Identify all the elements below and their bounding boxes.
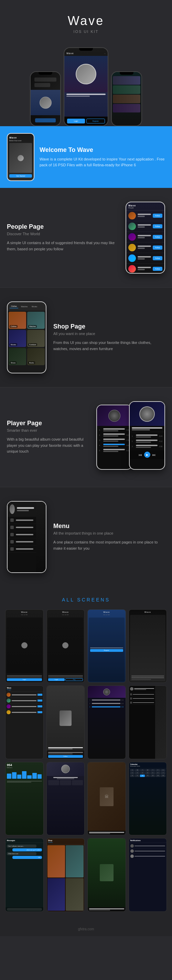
all-screens-title: ALL SCREENS bbox=[5, 597, 167, 603]
player-phone-front: 1 3:24 2 bbox=[129, 401, 165, 470]
menu-item-player[interactable] bbox=[8, 538, 36, 546]
people-avatar bbox=[128, 233, 136, 241]
menu-user-info bbox=[17, 507, 34, 511]
thumb-grid bbox=[47, 845, 85, 911]
welcome-body: Wave is a complete UI Kit developed to i… bbox=[40, 156, 165, 168]
people-body: A simple UI contains a list of suggested… bbox=[7, 240, 119, 252]
screen-thumb-stats: 954 followers bbox=[5, 762, 44, 835]
shop-body: From this UI you can shop your favorite … bbox=[53, 340, 165, 352]
player-feature-row: Player Page Smarter than ever With a big… bbox=[7, 401, 165, 473]
watermark-text: gfxtra.com bbox=[78, 927, 94, 931]
screen-thumb-nature bbox=[87, 838, 126, 912]
hero-phone-left-screen bbox=[31, 72, 60, 126]
people-follow-btn[interactable]: Follow bbox=[153, 245, 162, 250]
phone-notch bbox=[79, 48, 93, 51]
menu-screen bbox=[8, 502, 46, 572]
hero-subtitle: IOS UI KIT bbox=[7, 30, 165, 33]
shop-item-label: Watches bbox=[28, 325, 37, 328]
people-section: People Page Discover The World A simple … bbox=[0, 188, 172, 287]
screen-thumb-wave4: Wave bbox=[129, 609, 167, 683]
screen-thumb-people: Wave People + + bbox=[5, 686, 44, 759]
content-bar bbox=[34, 78, 56, 82]
player-section: Player Page Smarter than ever With a big… bbox=[0, 388, 172, 487]
player-screen-back: 1 3:24 2 bbox=[97, 405, 132, 469]
screen-thumb-menu bbox=[129, 686, 167, 759]
menu-item-shop[interactable] bbox=[8, 531, 36, 538]
player-track-list: 1 3:24 2 bbox=[130, 432, 164, 450]
people-title: People Page bbox=[7, 223, 119, 231]
welcome-phone-sub: Better than ever bbox=[9, 140, 32, 142]
menu-feature-row: Menu All the important things in one pla… bbox=[7, 501, 165, 573]
people-name bbox=[138, 256, 151, 260]
people-follow-btn[interactable]: Follow bbox=[153, 214, 162, 218]
screen-thumb-chat: Messages Can I call you, once you... whe… bbox=[5, 838, 44, 912]
people-tagline: Discover The World bbox=[7, 232, 119, 236]
people-follow-btn[interactable]: Follow bbox=[153, 224, 162, 228]
people-avatar bbox=[128, 244, 136, 251]
shop-header: Clothes Watches Movies bbox=[8, 302, 46, 311]
welcome-phone-screen: Wave Better than ever Get Started bbox=[8, 134, 34, 180]
player-text: Player Page Smarter than ever With a big… bbox=[7, 420, 90, 455]
shop-item-movies: Movies bbox=[9, 330, 26, 347]
all-screens-section: ALL SCREENS Wave ios ui kit Login Wav bbox=[0, 587, 172, 922]
player-tagline: Smarter than ever bbox=[7, 428, 90, 433]
people-avatar bbox=[128, 223, 136, 230]
player-track: 3 2:58 bbox=[97, 438, 132, 443]
shop-item-label: Books bbox=[28, 361, 35, 364]
chart-bar bbox=[7, 773, 11, 778]
player-track-list: 1 3:24 2 bbox=[97, 426, 132, 454]
screen-thumb-social: Notifications bbox=[129, 838, 167, 912]
player-track: 1 3:24 bbox=[130, 433, 164, 439]
menu-user-area bbox=[8, 502, 36, 517]
shop-item-label: Clothes bbox=[10, 325, 18, 328]
player-body: With a big beautiful album cover and bea… bbox=[7, 436, 90, 455]
player-track: 2 4:12 bbox=[130, 439, 164, 444]
menu-item-people[interactable] bbox=[8, 524, 36, 531]
shop-tab-movies[interactable]: Movies bbox=[30, 305, 39, 308]
shop-item-label: Movies bbox=[10, 343, 17, 346]
welcome-phone-btn: Get Started bbox=[9, 174, 32, 178]
shop-grid: Clothes Watches Movies Furniture Shoes bbox=[8, 311, 46, 366]
welcome-phone-mockup: Wave Better than ever Get Started bbox=[7, 133, 34, 181]
player-screen-front: 1 3:24 2 bbox=[130, 402, 164, 469]
hero-phone-center-screen: Wave ··· Login Register bbox=[64, 48, 108, 126]
people-list-item: Follow bbox=[126, 210, 164, 221]
screen-thumb-profile bbox=[47, 762, 85, 835]
chart-bar bbox=[22, 771, 26, 779]
content-bar-blue bbox=[35, 118, 56, 123]
chart-bar bbox=[12, 772, 16, 779]
menu-item-logout[interactable] bbox=[8, 546, 36, 553]
people-follow-btn[interactable]: Follow bbox=[153, 256, 162, 260]
player-track: 5 5:02 bbox=[97, 448, 132, 453]
shop-tagline: All you want in one place bbox=[53, 332, 165, 336]
screen-thumb-person: Follow bbox=[47, 686, 85, 759]
player-phone-wrap: 1 3:24 2 bbox=[96, 401, 165, 473]
shop-item-extra2: Books bbox=[27, 348, 45, 365]
home-icon bbox=[10, 519, 14, 522]
welcome-section: Wave Better than ever Get Started Welcom… bbox=[0, 126, 172, 188]
menu-text: Menu All the important things in one pla… bbox=[53, 523, 165, 551]
shop-tab-watches[interactable]: Watches bbox=[19, 305, 29, 308]
people-list-item: Follow bbox=[126, 264, 164, 274]
shop-tab-clothes[interactable]: Clothes bbox=[10, 304, 18, 308]
people-name bbox=[138, 245, 151, 250]
shop-item-clothes: Clothes bbox=[9, 312, 26, 329]
menu-title: Menu bbox=[53, 523, 165, 530]
hero-title: Wave bbox=[7, 14, 165, 28]
screen-thumb-photo: 🏛 bbox=[87, 762, 126, 835]
people-follow-btn[interactable]: Follow bbox=[153, 235, 162, 239]
content-bar bbox=[34, 83, 50, 87]
people-name bbox=[138, 224, 151, 228]
menu-item-home[interactable] bbox=[8, 517, 36, 524]
people-text: People Page Discover The World A simple … bbox=[7, 223, 119, 252]
menu-body: A one place contains the most important … bbox=[53, 539, 165, 551]
people-name bbox=[138, 214, 151, 218]
shop-title: Shop Page bbox=[53, 323, 165, 330]
hero-phone-right bbox=[111, 71, 142, 126]
screens-grid: Wave ios ui kit Login Wave ios ui kit bbox=[5, 609, 167, 912]
people-phone: Wave People Follow bbox=[125, 202, 165, 274]
logout-icon bbox=[10, 547, 14, 551]
chart-bar bbox=[32, 773, 37, 779]
people-follow-btn[interactable]: Follow bbox=[153, 267, 162, 271]
shop-section: Shop Page All you want in one place From… bbox=[0, 288, 172, 387]
